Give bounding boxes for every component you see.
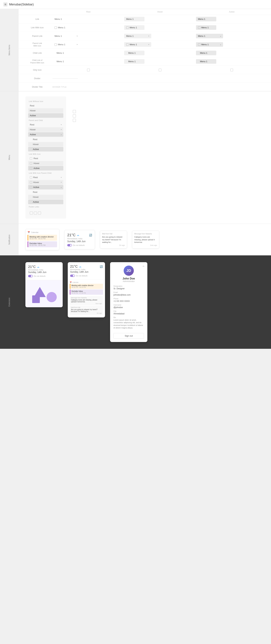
ext-dnd-2: Do not disturb xyxy=(70,274,103,277)
ext-msg-2-time: 1hr ago xyxy=(71,312,102,314)
row-divider-title-label: Divider Title xyxy=(22,86,52,88)
sb-icon-p-rest xyxy=(30,176,32,179)
menu-preview-container: Link Without Icon Rest Hover Active Pare… xyxy=(25,96,264,218)
menu-section: Menu Link Without Icon Rest Hover Active… xyxy=(0,91,271,224)
col-hover: Hover xyxy=(124,11,196,13)
weather-location: Ahmedabad, India xyxy=(67,238,92,240)
ext-card-2: 21°C ☁ 🔄 Ahmedabad, India Sunday, 14th J… xyxy=(68,262,105,318)
sb-child-hover[interactable]: Hover xyxy=(28,142,63,146)
username-value: @johndoe xyxy=(113,306,144,308)
sb-item-no-icon-rest[interactable]: Rest xyxy=(28,104,63,108)
chevron-rest: ▾ xyxy=(77,35,78,37)
parent-icon-chevron-hover: ▾ xyxy=(148,44,149,46)
cloud-icon: ☁ xyxy=(77,233,79,236)
notification-content: 📅 Calendar Meeting with creative directo… xyxy=(19,224,271,255)
username-label: Username xyxy=(113,304,144,306)
edit-icon[interactable]: ✏ xyxy=(143,265,145,268)
ext-notif-cal: 📅 Calendar Meeting with creative directo… xyxy=(70,282,103,295)
page-header: ⊞ Menubar(Sidebar) xyxy=(0,0,271,9)
parent-icon-hover-icon xyxy=(126,44,129,46)
ext-temp-2: 21°C ☁ 🔄 xyxy=(70,264,103,268)
chevron-icon: ▾ xyxy=(61,181,62,183)
sb-icon-parent-rest[interactable]: Rest▾ xyxy=(28,175,63,180)
ext-card-1: 21°C ☁ Ahmedabad, India Sunday, 14th Jun… xyxy=(25,262,63,307)
ext-msg-1: Message from Natasha Category icons are … xyxy=(70,296,103,305)
sb-icon-child-hover[interactable]: Hover xyxy=(28,195,63,199)
sb-child-rest[interactable]: Rest xyxy=(28,137,63,142)
menu-label-col: Menu xyxy=(0,91,19,224)
row-child-link: Child Link Menu 1 Menu 1 Menu 1 xyxy=(19,49,271,57)
email-value: johndoe@doe.com xyxy=(113,294,144,296)
sb-link-icon-active[interactable]: Active xyxy=(28,166,63,170)
msg-2-time: 1min ago xyxy=(134,244,157,246)
sb-icon-parent-active[interactable]: Active▴ xyxy=(28,185,63,190)
icon-rest xyxy=(54,26,57,29)
sb-icon-child-rest[interactable]: Rest xyxy=(28,190,63,194)
ext-weather-2: 21°C ☁ 🔄 Ahmedabad, India Sunday, 14th J… xyxy=(68,262,105,280)
child-link-active: Menu 1 xyxy=(196,51,268,55)
sb-child-active[interactable]: Active xyxy=(28,147,63,152)
sb-parent-rest[interactable]: Rest▾ xyxy=(28,122,63,127)
notification-label: Notification xyxy=(8,234,10,244)
row-child-parent-icon: Child Link ofParent With Icon Menu 1 Men… xyxy=(19,57,271,66)
ext-msg-1-time: Secs ago xyxy=(71,303,102,304)
ext-dnd-toggle-2[interactable] xyxy=(70,274,75,277)
cal-event-2: Declutter Inbox 04:30 PM - 06:45 PM xyxy=(28,241,57,247)
sb-parent-active[interactable]: Active▴ xyxy=(28,132,63,137)
parent-icon-chevron-active: ▴ xyxy=(220,44,221,46)
calendar-card: 📅 Calendar Meeting with creative directo… xyxy=(25,229,59,250)
msg-1-time: 1hr ago xyxy=(102,244,125,246)
msg-1-header: Mail from Kali xyxy=(102,233,125,235)
notification-section: Notification 📅 Calendar Meeting with cre… xyxy=(0,224,271,256)
row-only-icon-label: Only Icon xyxy=(22,69,52,71)
profile-role: Administrator xyxy=(113,280,144,282)
child-link-hover: Menu 1 xyxy=(124,51,196,55)
ext-cal-icon: 📅 xyxy=(70,282,72,283)
msg-2-body: Category icons are missing, please uploa… xyxy=(134,236,157,244)
link-icon-rest: Menu 1 xyxy=(52,25,124,30)
profile-email-field: Email johndoe@doe.com xyxy=(113,292,144,296)
sb-link-icon-rest[interactable]: Rest xyxy=(28,156,63,161)
footer-icon-2[interactable] xyxy=(34,212,37,214)
sq-icon-hover xyxy=(159,69,161,71)
cal-event-2-time: 04:30 PM - 06:45 PM xyxy=(29,244,56,246)
col-active: Active xyxy=(196,11,268,13)
ext-cal-event-2: Declutter Inbox 04:30 PM - 07:30 PM xyxy=(70,290,103,295)
email-label: Email xyxy=(113,292,144,293)
footer-icon-1[interactable] xyxy=(30,212,33,214)
profile-city-field: City Ahmedabad xyxy=(113,310,144,315)
refresh-icon-ext2[interactable]: 🔄 xyxy=(100,265,103,268)
calendar-header: 📅 Calendar xyxy=(28,231,57,233)
profile-phone-field: Phone +1 XX XXX XXXX xyxy=(113,298,144,302)
menu-content: Link Without Icon Rest Hover Active Pare… xyxy=(19,91,271,224)
shape-rect xyxy=(32,296,40,303)
phone-value: +1 XX XXX XXXX xyxy=(113,300,144,302)
sb-icon-parent-hover[interactable]: Hover▾ xyxy=(28,180,63,184)
cal-event-1-time: 08:30 PM - 06:43 PM xyxy=(29,238,56,240)
parent-icon-active-icon xyxy=(198,44,200,46)
row-child-link-label: Child Link xyxy=(22,52,52,54)
profile-username-field: Username @johndoe xyxy=(113,304,144,308)
chevron-icon: ▾ xyxy=(61,124,62,126)
divider-title-rest: DIVIDER TITLE xyxy=(52,86,124,88)
sb-parent-hover[interactable]: Hover▾ xyxy=(28,127,63,132)
cal-event-1-title: Meeting with creative director xyxy=(29,236,56,238)
footer-icon-3[interactable] xyxy=(38,212,41,214)
refresh-icon[interactable]: 🔄 xyxy=(89,234,92,236)
sb-icon-child-active[interactable]: Active xyxy=(28,200,63,204)
sb-link-icon-hover[interactable]: Hover xyxy=(28,161,63,166)
weather-date: Sunday, 14th Jun xyxy=(67,240,92,243)
row-link: Link Menu 1 Menu 1 Menu 1 xyxy=(19,15,271,24)
signout-button[interactable]: Sign out xyxy=(113,333,144,338)
ext-dnd-toggle-1[interactable] xyxy=(28,275,33,277)
sb-item-no-icon-active[interactable]: Active xyxy=(28,113,63,118)
message-card-1: Mail from Kali Are you going to retweet … xyxy=(100,231,127,248)
cloud-icon-ext1: ☁ xyxy=(37,265,39,268)
row-parent-link-icon: Parent LinkWith Icon Menu 1▾ Menu 1▾ Men… xyxy=(19,40,271,49)
sb-item-no-icon-hover[interactable]: Hover xyxy=(28,108,63,113)
designation-value: Sr. Designer xyxy=(113,288,144,290)
menu-label: Menu xyxy=(8,155,10,160)
chevron-icon: ▾ xyxy=(61,176,62,178)
col-icon-2 xyxy=(73,114,76,118)
dnd-toggle[interactable] xyxy=(67,244,72,246)
